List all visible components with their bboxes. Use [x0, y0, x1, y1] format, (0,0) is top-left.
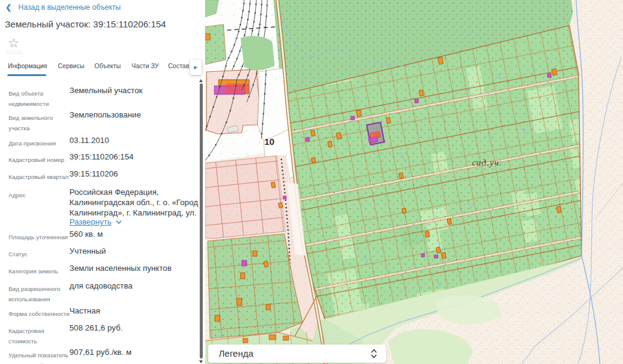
svg-text:сад.уч.: сад.уч. — [472, 158, 502, 167]
svg-text:10: 10 — [264, 136, 275, 147]
